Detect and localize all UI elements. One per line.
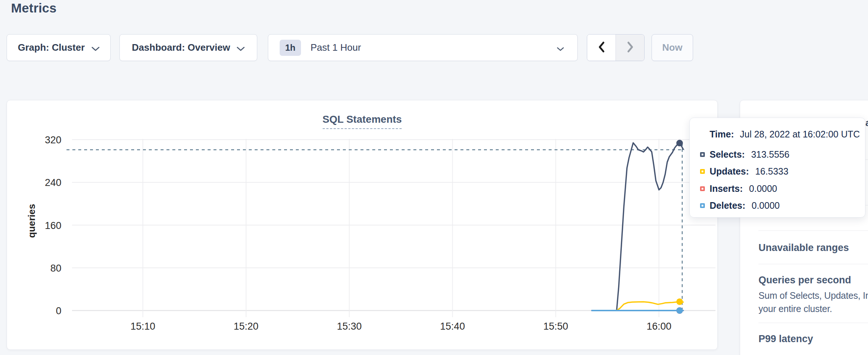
graph-dropdown[interactable]: Graph: Cluster	[7, 34, 111, 61]
series-line-updates	[617, 302, 683, 311]
x-tick-label: 16:00	[646, 321, 671, 332]
graph-dropdown-label: Graph: Cluster	[18, 42, 85, 53]
tooltip-series-value: 16.5333	[755, 166, 788, 177]
tooltip-series-value: 0.0000	[749, 183, 777, 194]
tooltip-time-label: Time:	[710, 129, 734, 140]
sidebar-divider	[758, 264, 868, 264]
tooltip-series-name: Inserts:	[710, 183, 743, 194]
series-line-selects	[617, 143, 683, 311]
sidebar-item-p99-latency: P99 latency	[758, 333, 813, 345]
sidebar-item-unavailable-ranges: Unavailable ranges	[758, 242, 849, 254]
time-prev-button[interactable]	[587, 35, 616, 61]
tooltip-series-value: 313.5556	[751, 149, 789, 160]
hover-dot-selects	[676, 140, 683, 146]
tooltip-series-name: Selects:	[710, 149, 745, 160]
clipped-text-fragment: a	[865, 117, 868, 129]
hover-dot-deletes	[676, 307, 683, 314]
tooltip-series-name: Updates:	[710, 166, 749, 177]
sql-statements-card: SQL Statements queries 08016024032015:10…	[7, 100, 718, 350]
page-title: Metrics	[11, 1, 57, 15]
x-tick-label: 15:30	[337, 321, 362, 332]
series-swatch-icon	[700, 152, 705, 157]
time-range-badge: 1h	[280, 40, 301, 56]
chart-hover-tooltip: Time: Jul 28, 2022 at 16:02:00 UTC Selec…	[689, 118, 865, 218]
tooltip-time-value: Jul 28, 2022 at 16:02:00 UTC	[740, 129, 860, 140]
chevron-left-icon	[597, 41, 606, 54]
series-swatch-icon	[700, 203, 705, 208]
time-pager	[587, 34, 645, 61]
x-tick-label: 15:10	[130, 321, 155, 332]
y-tick-label: 0	[56, 305, 61, 316]
x-tick-label: 15:20	[234, 321, 259, 332]
dashboard-dropdown[interactable]: Dashboard: Overview	[119, 34, 257, 61]
time-next-button[interactable]	[616, 35, 644, 61]
tooltip-series-value: 0.0000	[752, 200, 779, 211]
chevron-down-icon	[237, 43, 245, 54]
chevron-down-icon	[557, 43, 564, 54]
tooltip-series-name: Deletes:	[710, 200, 745, 211]
y-tick-label: 160	[45, 220, 61, 231]
chevron-right-icon	[626, 41, 635, 54]
tooltip-series-row: Inserts:0.0000	[700, 180, 858, 197]
sql-statements-chart[interactable]: 08016024032015:1015:2015:3015:4015:5016:…	[7, 100, 717, 349]
sidebar-item-description-line2: your entire cluster.	[758, 304, 832, 314]
series-swatch-icon	[700, 169, 705, 174]
tooltip-series-rows: Selects:313.5556Updates:16.5333Inserts:0…	[700, 146, 858, 214]
tooltip-series-row: Updates:16.5333	[700, 163, 858, 180]
sidebar-item-queries-per-second: Queries per second	[758, 275, 851, 286]
sidebar-item-description-line1: Sum of Selects, Updates, Inser	[758, 290, 868, 301]
y-tick-label: 320	[45, 135, 61, 146]
series-swatch-icon	[700, 186, 705, 191]
metrics-page: Metrics Graph: Cluster Dashboard: Overvi…	[0, 0, 868, 355]
now-button[interactable]: Now	[652, 34, 693, 61]
tooltip-series-row: Selects:313.5556	[700, 146, 858, 163]
hover-dot-updates	[676, 298, 683, 305]
chevron-down-icon	[92, 43, 100, 54]
sidebar-divider	[758, 323, 868, 323]
tooltip-time-row: Time: Jul 28, 2022 at 16:02:00 UTC	[710, 129, 860, 140]
x-tick-label: 15:40	[440, 321, 465, 332]
x-tick-label: 15:50	[543, 321, 568, 332]
time-range-picker[interactable]: 1h Past 1 Hour	[268, 34, 578, 61]
dashboard-dropdown-label: Dashboard: Overview	[132, 42, 230, 53]
y-tick-label: 240	[45, 177, 61, 188]
tooltip-series-row: Deletes:0.0000	[700, 197, 858, 215]
time-range-label: Past 1 Hour	[311, 42, 361, 53]
sidebar-divider	[758, 230, 868, 231]
y-tick-label: 80	[50, 263, 61, 274]
